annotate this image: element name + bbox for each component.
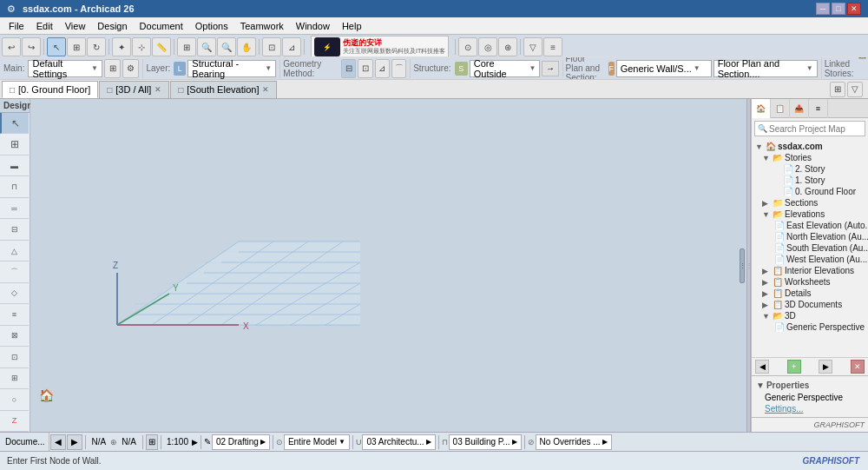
override-btn[interactable]: No Overrides ... ▶ [536, 434, 612, 450]
tree-3d-docs[interactable]: ▶ 📋 3D Documents [753, 299, 866, 310]
publisher-tab[interactable]: 📤 [790, 99, 809, 118]
marquee-btn[interactable]: ⊞ [67, 37, 86, 56]
nav-collapse-btn[interactable]: ◀ [755, 360, 769, 374]
rotate-btn[interactable]: ↻ [87, 37, 106, 56]
minimize-button[interactable]: ─ [816, 3, 830, 15]
building-btn[interactable]: 03 Building P... ▶ [449, 434, 522, 450]
tree-story2[interactable]: 📄 2. Story [753, 163, 866, 175]
scale-arrow-btn[interactable]: ▶ [192, 438, 198, 447]
more-tabs-btn[interactable]: ≡ [809, 99, 828, 118]
section-btn[interactable]: ⊿ [282, 37, 301, 56]
floor-indicator-btn[interactable]: ⊞ [104, 59, 121, 78]
partial-struct-btn[interactable]: ⊛ [498, 37, 517, 56]
beam-tool[interactable]: ═ [0, 198, 29, 219]
slab-tool[interactable]: ⊟ [0, 219, 29, 240]
view-map-tab[interactable]: 📋 [771, 99, 790, 118]
prop-generic-perspective[interactable]: Generic Perspective [754, 392, 865, 403]
tree-interior-elev[interactable]: ▶ 📋 Interior Elevations [753, 265, 866, 276]
tree-east-elev[interactable]: 📄 East Elevation (Auto... [753, 220, 866, 231]
pan-btn[interactable]: ✋ [237, 37, 256, 56]
tree-west-elev[interactable]: 📄 West Elevation (Au... [753, 254, 866, 265]
fp-dropdown2[interactable]: Floor Plan and Section.... ▼ [713, 60, 818, 77]
geo-btn4[interactable]: ⌒ [391, 59, 406, 78]
tree-generic-persp[interactable]: 📄 Generic Perspective [753, 321, 866, 333]
menu-view[interactable]: View [60, 19, 91, 33]
select-tool-btn[interactable]: ↖ [47, 37, 66, 56]
filter-btn[interactable]: ▽ [523, 37, 542, 56]
morph-tool[interactable]: ◇ [0, 283, 29, 304]
layer-dropdown[interactable]: Structural - Bearing ▼ [187, 60, 276, 77]
stair-tool[interactable]: ≡ [0, 304, 29, 325]
tree-story0[interactable]: 📄 0. Ground Floor [753, 186, 866, 197]
fp-dropdown[interactable]: Generic Wall/S... ▼ [616, 60, 712, 77]
project-map-tab[interactable]: 🏠 [752, 99, 771, 118]
structure-dropdown[interactable]: Core Outside ▼ [470, 60, 540, 77]
menu-document[interactable]: Document [135, 19, 188, 33]
menu-edit[interactable]: Edit [31, 19, 58, 33]
nav-expand-btn[interactable]: ▶ [819, 360, 832, 374]
prop-settings[interactable]: Settings... [754, 403, 865, 414]
tree-3d[interactable]: ▼ 📂 3D [753, 310, 866, 321]
tree-south-elev[interactable]: 📄 South Elevation (Au... [753, 242, 866, 254]
grid-btn[interactable]: ⊞ [177, 37, 196, 56]
default-settings-dropdown[interactable]: Default Settings ▼ [28, 60, 102, 77]
geo-btn1[interactable]: ⊟ [341, 59, 356, 78]
nav-delete-btn[interactable]: ✕ [851, 360, 865, 374]
measure-btn[interactable]: 📏 [152, 37, 171, 56]
tree-story1[interactable]: 📄 1. Story [753, 175, 866, 186]
menu-teamwork[interactable]: Teamwork [235, 19, 289, 33]
tab-view-options[interactable]: ⊞ ▽ [826, 82, 866, 97]
snap-btn[interactable]: ✦ [112, 37, 131, 56]
undo-button[interactable]: ↩ [2, 37, 21, 56]
close-button[interactable]: ✕ [847, 3, 861, 15]
menu-help[interactable]: Help [337, 19, 367, 33]
railing-tool[interactable]: ⊠ [0, 326, 29, 347]
nav-plus-btn[interactable]: + [787, 360, 801, 374]
struct-arrow-btn[interactable]: → [542, 61, 558, 76]
shell-tool[interactable]: ⌒ [0, 261, 29, 282]
nav-prev-btn[interactable]: ◀ [50, 434, 66, 450]
ref-elements-btn[interactable]: ⊙ [458, 37, 477, 56]
grid-tool[interactable]: ⊞ [0, 134, 29, 155]
classification-btn[interactable]: ≡ [543, 37, 562, 56]
tree-elevations[interactable]: ▼ 📂 Elevations [753, 209, 866, 220]
tab-3d-close[interactable]: ✕ [155, 85, 161, 94]
story-ground-item[interactable]: 🏠 0. Ground Floor [858, 73, 868, 80]
zone-tool[interactable]: Z [0, 411, 29, 432]
model-btn[interactable]: Entire Model ▼ [284, 434, 350, 450]
tree-root[interactable]: ▼ 🏠 ssdax.com [753, 141, 866, 152]
canvas-area[interactable]: Z X Y 🏠 ⋮ [30, 99, 746, 432]
tree-sections[interactable]: ▶ 📁 Sections [753, 197, 866, 209]
roof-tool[interactable]: △ [0, 241, 29, 261]
tab-south-elev[interactable]: □ [South Elevation] ✕ [170, 81, 277, 98]
wall-tool[interactable]: ▬ [0, 156, 29, 176]
menu-file[interactable]: File [3, 19, 30, 33]
view-angle-handle[interactable]: ⋮ [740, 248, 745, 283]
object-tool[interactable]: ○ [0, 389, 29, 410]
trace-btn[interactable]: ◎ [478, 37, 497, 56]
zoom-in-btn[interactable]: 🔍 [197, 37, 216, 56]
geo-btn3[interactable]: ⊿ [375, 59, 390, 78]
drafting-btn[interactable]: 02 Drafting ▶ [212, 434, 270, 450]
zoom-option-btn[interactable]: ⊞ [830, 82, 845, 97]
arch-btn[interactable]: 03 Architectu... ▶ [362, 434, 435, 450]
settings-btn[interactable]: ⚙ [122, 59, 139, 78]
tree-worksheets[interactable]: ▶ 📋 Worksheets [753, 276, 866, 288]
geo-btn2[interactable]: ⊡ [358, 59, 372, 78]
window-tool[interactable]: ⊞ [0, 368, 29, 389]
fit-btn[interactable]: ⊡ [262, 37, 281, 56]
display-option-btn[interactable]: ▽ [847, 82, 863, 97]
zoom-out-btn[interactable]: 🔍 [217, 37, 236, 56]
search-input[interactable] [769, 124, 862, 134]
guide-btn[interactable]: ⊹ [132, 37, 151, 56]
door-tool[interactable]: ⊡ [0, 347, 29, 367]
menu-window[interactable]: Window [291, 19, 335, 33]
redo-button[interactable]: ↪ [22, 37, 41, 56]
tree-north-elev[interactable]: 📄 North Elevation (Au... [753, 231, 866, 242]
tree-stories[interactable]: ▼ 📂 Stories [753, 152, 866, 163]
column-tool[interactable]: ⊓ [0, 176, 29, 197]
story-home-item[interactable]: 🏠 1. Story (Home + 1) [858, 57, 868, 72]
menu-design[interactable]: Design [92, 19, 132, 33]
arrow-select-tool[interactable]: ↖ [0, 113, 29, 134]
floor-btn[interactable]: ⊞ [146, 434, 158, 450]
